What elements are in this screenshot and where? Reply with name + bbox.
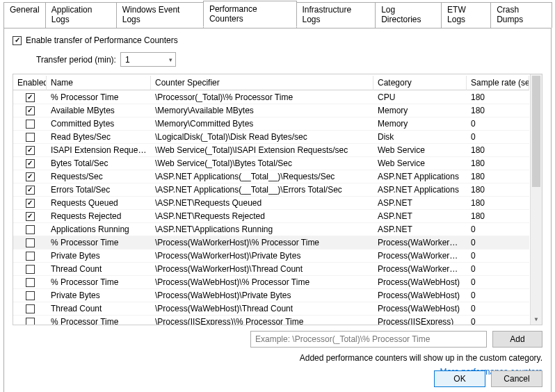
- row-rate: 180: [467, 170, 529, 183]
- table-row[interactable]: Available MBytes\Memory\Available MBytes…: [13, 104, 530, 117]
- row-enabled-checkbox[interactable]: [26, 212, 35, 221]
- row-category: Process(WaWebHost): [373, 276, 467, 289]
- row-name: Errors Total/Sec: [47, 183, 151, 197]
- col-category[interactable]: Category: [373, 76, 467, 90]
- tab-log-directories[interactable]: Log Directories: [375, 2, 442, 28]
- row-name: % Processor Time: [47, 316, 151, 325]
- row-name: Requests Queued: [47, 197, 151, 210]
- table-row[interactable]: % Processor Time\Process(IISExpress)\% P…: [13, 316, 530, 325]
- row-category: Memory: [373, 104, 467, 117]
- row-rate: 180: [467, 197, 529, 210]
- row-category: Memory: [373, 117, 467, 131]
- row-specifier: \Memory\Available MBytes: [151, 104, 373, 117]
- row-rate: 0: [467, 276, 529, 289]
- table-row[interactable]: Private Bytes\Process(WaWebHost)\Private…: [13, 289, 530, 302]
- tab-windows-event-logs[interactable]: Windows Event Logs: [116, 2, 204, 28]
- table-row[interactable]: Committed Bytes\Memory\Committed BytesMe…: [13, 117, 530, 131]
- row-rate: 0: [467, 223, 529, 236]
- table-row[interactable]: Applications Running\ASP.NET\Application…: [13, 223, 530, 236]
- table-row[interactable]: Errors Total/Sec\ASP.NET Applications(__…: [13, 183, 530, 197]
- col-name[interactable]: Name: [47, 76, 151, 90]
- table-row[interactable]: ISAPI Extension Requests/...\Web Service…: [13, 144, 530, 157]
- row-rate: 0: [467, 302, 529, 316]
- table-row[interactable]: % Processor Time\Processor(_Total)\% Pro…: [13, 91, 530, 104]
- row-name: Thread Count: [47, 263, 151, 276]
- add-counter-row: Example: \Processor(_Total)\% Processor …: [13, 331, 542, 348]
- row-enabled-checkbox[interactable]: [26, 225, 35, 234]
- tab-crash-dumps[interactable]: Crash Dumps: [490, 2, 552, 28]
- col-enabled[interactable]: Enabled: [13, 76, 47, 90]
- row-specifier: \Process(WaWorkerHost)\Thread Count: [151, 263, 373, 276]
- row-enabled-checkbox[interactable]: [26, 146, 35, 155]
- row-specifier: \ASP.NET Applications(__Total__)\Request…: [151, 170, 373, 183]
- table-row[interactable]: Requests Rejected\ASP.NET\Requests Rejec…: [13, 210, 530, 223]
- table-row[interactable]: Read Bytes/Sec\LogicalDisk(_Total)\Disk …: [13, 131, 530, 144]
- row-category: Process(WaWebHost): [373, 289, 467, 302]
- row-rate: 180: [467, 144, 529, 157]
- table-row[interactable]: % Processor Time\Process(WaWorkerHost)\%…: [13, 236, 530, 250]
- scroll-thumb[interactable]: [532, 76, 540, 187]
- row-rate: 0: [467, 236, 529, 250]
- add-button[interactable]: Add: [492, 331, 542, 348]
- row-specifier: \LogicalDisk(_Total)\Disk Read Bytes/sec: [151, 131, 373, 144]
- row-enabled-checkbox[interactable]: [26, 159, 35, 168]
- row-enabled-checkbox[interactable]: [26, 252, 35, 261]
- row-enabled-checkbox[interactable]: [26, 186, 35, 195]
- row-enabled-checkbox[interactable]: [26, 304, 35, 313]
- row-specifier: \Process(WaWebHost)\Thread Count: [151, 302, 373, 316]
- row-enabled-checkbox[interactable]: [26, 106, 35, 115]
- row-specifier: \Process(WaWorkerHost)\Private Bytes: [151, 250, 373, 263]
- row-category: CPU: [373, 91, 467, 104]
- transfer-period-select[interactable]: 1 ▾: [120, 52, 176, 67]
- row-name: Available MBytes: [47, 104, 151, 117]
- scroll-down-icon[interactable]: ▼: [531, 314, 542, 325]
- counters-grid-body: % Processor Time\Processor(_Total)\% Pro…: [13, 91, 530, 325]
- table-row[interactable]: Thread Count\Process(WaWorkerHost)\Threa…: [13, 263, 530, 276]
- table-row[interactable]: % Processor Time\Process(WaWebHost)\% Pr…: [13, 276, 530, 289]
- row-enabled-checkbox[interactable]: [26, 318, 35, 325]
- row-enabled-checkbox[interactable]: [26, 133, 35, 142]
- transfer-period-value: 1: [125, 55, 130, 65]
- col-specifier[interactable]: Counter Specifier: [151, 76, 373, 90]
- row-enabled-checkbox[interactable]: [26, 278, 35, 287]
- row-specifier: \ASP.NET\Requests Rejected: [151, 210, 373, 223]
- row-specifier: \Process(WaWorkerHost)\% Processor Time: [151, 236, 373, 250]
- row-specifier: \ASP.NET Applications(__Total__)\Errors …: [151, 183, 373, 197]
- tab-etw-logs[interactable]: ETW Logs: [441, 2, 491, 28]
- add-counter-input[interactable]: Example: \Processor(_Total)\% Processor …: [250, 331, 487, 348]
- row-enabled-checkbox[interactable]: [26, 291, 35, 300]
- table-row[interactable]: Requests Queued\ASP.NET\Requests QueuedA…: [13, 197, 530, 210]
- tab-general[interactable]: General: [3, 2, 46, 28]
- col-sample-rate[interactable]: Sample rate (sec): [467, 76, 529, 90]
- row-category: Web Service: [373, 144, 467, 157]
- tab-infrastructure-logs[interactable]: Infrastructure Logs: [296, 2, 376, 28]
- row-category: Process(WaWebHost): [373, 302, 467, 316]
- row-rate: 180: [467, 104, 529, 117]
- row-specifier: \ASP.NET\Requests Queued: [151, 197, 373, 210]
- row-enabled-checkbox[interactable]: [26, 172, 35, 181]
- row-enabled-checkbox[interactable]: [26, 120, 35, 129]
- ok-button[interactable]: OK: [434, 370, 485, 387]
- row-name: Requests Rejected: [47, 210, 151, 223]
- table-row[interactable]: Requests/Sec\ASP.NET Applications(__Tota…: [13, 170, 530, 183]
- row-enabled-checkbox[interactable]: [26, 199, 35, 208]
- row-enabled-checkbox[interactable]: [26, 93, 35, 102]
- row-rate: 0: [467, 316, 529, 325]
- row-specifier: \Web Service(_Total)\ISAPI Extension Req…: [151, 144, 373, 157]
- row-category: Process(WaWorkerHost): [373, 236, 467, 250]
- scrollbar[interactable]: ▲ ▼: [530, 74, 542, 325]
- enable-transfer-checkbox[interactable]: [13, 36, 22, 45]
- row-enabled-checkbox[interactable]: [26, 265, 35, 274]
- tab-application-logs[interactable]: Application Logs: [45, 2, 117, 28]
- table-row[interactable]: Thread Count\Process(WaWebHost)\Thread C…: [13, 302, 530, 316]
- table-row[interactable]: Private Bytes\Process(WaWorkerHost)\Priv…: [13, 250, 530, 263]
- row-specifier: \Processor(_Total)\% Processor Time: [151, 91, 373, 104]
- tab-panel-performance-counters: Enable transfer of Performance Counters …: [3, 28, 552, 392]
- row-enabled-checkbox[interactable]: [26, 238, 35, 247]
- tab-performance-counters[interactable]: Performance Counters: [203, 1, 297, 27]
- row-specifier: \Process(WaWebHost)\Private Bytes: [151, 289, 373, 302]
- table-row[interactable]: Bytes Total/Sec\Web Service(_Total)\Byte…: [13, 157, 530, 170]
- cancel-button[interactable]: Cancel: [491, 370, 542, 387]
- row-specifier: \Web Service(_Total)\Bytes Total/Sec: [151, 157, 373, 170]
- enable-transfer-row[interactable]: Enable transfer of Performance Counters: [13, 35, 542, 45]
